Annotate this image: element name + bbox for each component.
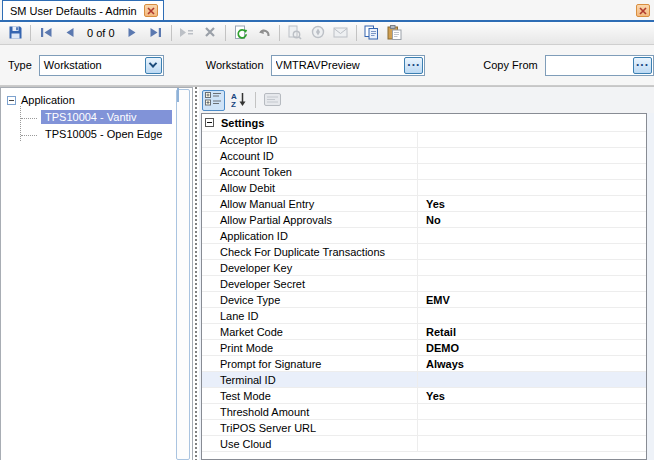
categorized-view-button[interactable]	[202, 90, 225, 111]
categorized-icon	[205, 92, 222, 108]
workstation-browse-button[interactable]: ...	[404, 57, 423, 74]
copy-icon	[364, 25, 379, 42]
collapse-expander-icon[interactable]	[7, 96, 16, 105]
property-row[interactable]: Account Token	[202, 164, 646, 180]
toolbar-separator	[279, 25, 280, 41]
scroll-up-icon	[177, 88, 179, 102]
tabbar-close-icon[interactable]	[636, 4, 650, 17]
property-value	[418, 436, 646, 451]
property-name: TriPOS Server URL	[202, 420, 418, 435]
property-row[interactable]: Device TypeEMV	[202, 292, 646, 308]
property-value	[418, 228, 646, 243]
property-row[interactable]: Account ID	[202, 148, 646, 164]
property-value	[418, 308, 646, 323]
property-row[interactable]: TriPOS Server URL	[202, 420, 646, 436]
property-row[interactable]: Allow Debit	[202, 180, 646, 196]
property-value	[418, 148, 646, 163]
property-value	[418, 372, 646, 387]
paste-button[interactable]	[384, 23, 406, 43]
property-name: Terminal ID	[202, 372, 418, 387]
type-combobox[interactable]: Workstation	[39, 55, 164, 76]
tree-vertical-scrollbar[interactable]	[176, 89, 190, 460]
tab-sm-user-defaults-admin[interactable]: SM User Defaults - Admin	[2, 0, 164, 20]
property-name: Check For Duplicate Transactions	[202, 244, 418, 259]
tab-bar: SM User Defaults - Admin	[0, 0, 654, 22]
tree-item[interactable]: TPS10004 - Vantiv	[41, 110, 172, 124]
tree-root-application[interactable]: Application	[7, 94, 192, 106]
main-toolbar: 0 of 0	[0, 22, 654, 45]
property-value: DEMO	[418, 340, 646, 355]
property-value	[418, 132, 646, 147]
post-record-button[interactable]	[176, 23, 198, 43]
copy-button[interactable]	[361, 23, 383, 43]
property-row[interactable]: Test ModeYes	[202, 388, 646, 404]
toolbar-separator	[171, 25, 172, 41]
property-value	[418, 244, 646, 259]
help-button[interactable]	[307, 23, 329, 43]
property-row[interactable]: Threshold Amount	[202, 404, 646, 420]
property-pages-button[interactable]	[261, 90, 284, 111]
ellipsis-icon: ...	[636, 58, 649, 67]
property-row[interactable]: Market CodeRetail	[202, 324, 646, 340]
toolbar-separator	[30, 25, 31, 41]
property-row[interactable]: Allow Manual EntryYes	[202, 196, 646, 212]
property-value: Retail	[418, 324, 646, 339]
property-name: Allow Debit	[202, 180, 418, 195]
ellipsis-icon: ...	[407, 58, 420, 67]
property-name: Print Mode	[202, 340, 418, 355]
property-row[interactable]: Print ModeDEMO	[202, 340, 646, 356]
last-record-button[interactable]	[145, 23, 167, 43]
save-button[interactable]	[4, 23, 26, 43]
previous-record-button[interactable]	[58, 23, 80, 43]
property-name: Allow Partial Approvals	[202, 212, 418, 227]
type-dropdown-button[interactable]	[145, 57, 162, 74]
property-value: Yes	[418, 388, 646, 403]
property-name: Device Type	[202, 292, 418, 307]
copy-from-browse-button[interactable]: ...	[633, 57, 652, 74]
property-row[interactable]: Application ID	[202, 228, 646, 244]
property-name: Prompt for Signature	[202, 356, 418, 371]
property-row[interactable]: Terminal ID	[202, 372, 646, 388]
property-name: Developer Key	[202, 260, 418, 275]
property-row[interactable]: Acceptor ID	[202, 132, 646, 148]
email-button[interactable]	[330, 23, 352, 43]
property-name: Account Token	[202, 164, 418, 179]
email-icon	[333, 27, 348, 40]
delete-record-icon	[204, 26, 216, 40]
property-name: Application ID	[202, 228, 418, 243]
application-tree: Application TPS10004 - VantivTPS10005 - …	[1, 88, 192, 141]
property-row[interactable]: Developer Key	[202, 260, 646, 276]
delete-record-button[interactable]	[199, 23, 221, 43]
chevron-down-icon	[149, 59, 157, 67]
first-record-button[interactable]	[35, 23, 57, 43]
az-sort-icon: A Z	[231, 92, 247, 109]
tree-item[interactable]: TPS10005 - Open Edge	[41, 127, 172, 141]
next-record-button[interactable]	[122, 23, 144, 43]
undo-button[interactable]	[253, 23, 275, 43]
property-value	[418, 420, 646, 435]
property-name: Use Cloud	[202, 436, 418, 451]
property-row[interactable]: Developer Secret	[202, 276, 646, 292]
property-value: Yes	[418, 196, 646, 211]
type-label: Type	[8, 59, 32, 71]
sm-user-defaults-window: SM User Defaults - Admin 0 of 0	[0, 0, 654, 460]
property-grid: Settings Acceptor IDAccount IDAccount To…	[201, 113, 647, 460]
category-collapse-icon[interactable]	[205, 118, 214, 127]
property-value	[418, 276, 646, 291]
property-row[interactable]: Allow Partial ApprovalsNo	[202, 212, 646, 228]
header-form: Type Workstation Workstation ... Copy Fr…	[0, 45, 654, 86]
property-row[interactable]: Lane ID	[202, 308, 646, 324]
tab-close-icon[interactable]	[144, 4, 158, 17]
property-value	[418, 404, 646, 419]
refresh-button[interactable]	[230, 23, 252, 43]
preview-button[interactable]	[284, 23, 306, 43]
property-row[interactable]: Prompt for SignatureAlways	[202, 356, 646, 372]
property-row[interactable]: Check For Duplicate Transactions	[202, 244, 646, 260]
record-counter: 0 of 0	[81, 27, 121, 39]
alphabetical-sort-button[interactable]: A Z	[227, 90, 250, 111]
workstation-input[interactable]	[272, 56, 425, 75]
category-row-settings[interactable]: Settings	[202, 114, 646, 132]
property-value: No	[418, 212, 646, 227]
tree-root-label: Application	[21, 94, 75, 106]
property-row[interactable]: Use Cloud	[202, 436, 646, 452]
